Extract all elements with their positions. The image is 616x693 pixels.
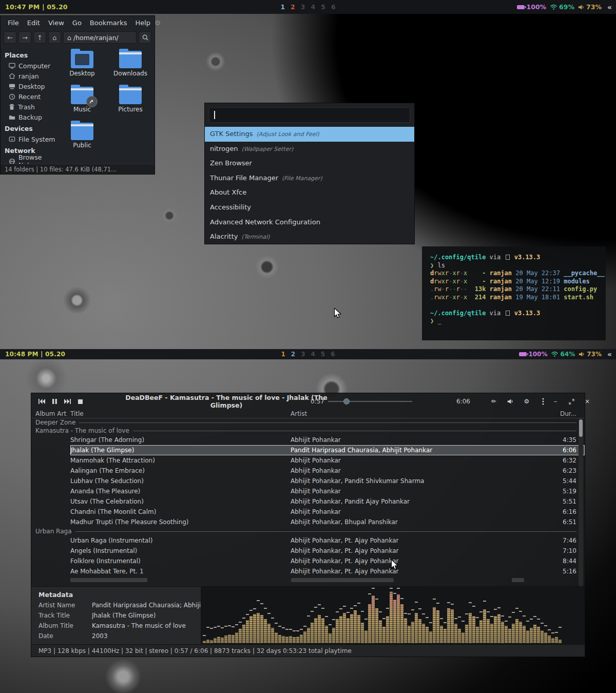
- folder-downloads[interactable]: Downloads: [106, 49, 155, 85]
- spectrum-peak: [447, 602, 450, 603]
- workspace-5[interactable]: 5: [321, 3, 325, 11]
- track-row[interactable]: Jhalak (The Glimpse)Pandit Hariprasad Ch…: [70, 445, 585, 455]
- spectrum-bar: [390, 589, 393, 643]
- drive-icon: [9, 136, 15, 142]
- group-header-kamasutra-the-music-of-love[interactable]: Kamasutra - The music of love: [31, 427, 585, 435]
- workspace-2[interactable]: 2: [291, 351, 295, 358]
- seek-bar[interactable]: [328, 401, 412, 402]
- track-row[interactable]: Ae Mohabbat Tere, Pt. 1Abhijit Pohankar,…: [70, 566, 585, 576]
- menu-go[interactable]: Go: [68, 18, 86, 28]
- track-row[interactable]: Aalingan (The Embrace)Abhijit Pohankar6:…: [70, 466, 585, 476]
- launcher-search-input[interactable]: [209, 107, 410, 123]
- path-bar[interactable]: ⌂ /home/ranjan/: [63, 31, 137, 44]
- workspace-5[interactable]: 5: [321, 351, 325, 358]
- group-header-deeper-zone[interactable]: Deeper Zone: [31, 418, 585, 427]
- sidebar-item-ranjan[interactable]: ranjan: [5, 71, 58, 81]
- sidebar-item-file-system[interactable]: File System: [5, 134, 58, 144]
- sidebar-item-desktop[interactable]: Desktop: [5, 81, 58, 91]
- previous-track-button[interactable]: [35, 396, 48, 407]
- spectrum-bar: [533, 589, 536, 643]
- launcher-item-thunar-file-manager[interactable]: Thunar File Manager(File Manager): [205, 171, 414, 186]
- back-button[interactable]: ←: [4, 31, 16, 44]
- player-status-bar: MP3 | 128 kbps | 44100Hz | 32 bit | ster…: [31, 644, 585, 657]
- menu-help[interactable]: Help: [131, 18, 155, 28]
- spectrum-peak: [541, 623, 544, 624]
- stop-button[interactable]: [74, 396, 87, 407]
- workspace-1[interactable]: 1: [281, 351, 285, 358]
- launcher-item-accessibility[interactable]: Accessibility: [205, 200, 414, 215]
- search-button[interactable]: [139, 31, 151, 44]
- launcher-item-nitrogen[interactable]: nitrogen(Wallpaper Setter): [205, 142, 414, 157]
- up-button[interactable]: ↑: [33, 31, 46, 44]
- menu-bookmarks[interactable]: Bookmarks: [86, 18, 131, 28]
- spectrum-bar: [307, 589, 310, 643]
- menu-view[interactable]: View: [44, 18, 68, 28]
- sidebar-item-backup[interactable]: Backup: [5, 112, 58, 122]
- spectrum-bar: [440, 589, 443, 643]
- sidebar-item-recent[interactable]: Recent: [5, 91, 58, 102]
- track-title: Angels (Instrumental): [70, 547, 291, 554]
- workspace-1[interactable]: 1: [280, 3, 285, 11]
- workspace-3[interactable]: 3: [301, 3, 305, 11]
- edit-button[interactable]: ✏: [487, 396, 500, 407]
- home-button[interactable]: ⌂: [48, 31, 61, 44]
- launcher-item-advanced-network-configuration[interactable]: Advanced Network Configuration: [205, 215, 414, 230]
- spectrum-bar: [329, 589, 332, 643]
- spectrum-bar: [465, 589, 468, 643]
- track-row[interactable]: Lubhav (The Seduction)Abhijit Pohankar, …: [70, 476, 585, 486]
- track-row[interactable]: Shringar (The Adorning)Abhijit Pohankar4…: [70, 435, 585, 445]
- track-row[interactable]: Chandni (The Moonlit Calm)Abhijit Pohank…: [70, 507, 585, 517]
- track-row[interactable]: Urban Raga (Instrumental)Abhijit Pohanka…: [70, 535, 585, 546]
- workspace-3[interactable]: 3: [301, 351, 305, 358]
- sidebar-item-computer[interactable]: Computer: [5, 61, 58, 71]
- restore-button[interactable]: [565, 396, 578, 407]
- folder-public[interactable]: Public: [58, 121, 106, 157]
- spectrum-peak: [386, 608, 389, 609]
- spectrum-peak: [260, 603, 263, 604]
- minimize-button[interactable]: –: [549, 396, 562, 407]
- kebab-menu-icon[interactable]: [536, 396, 550, 407]
- spectrum-peak: [303, 626, 306, 627]
- menu-edit[interactable]: Edit: [23, 18, 44, 28]
- workspace-6[interactable]: 6: [331, 3, 336, 11]
- playlist-column-headers[interactable]: Album Art Title Artist Dur...: [31, 410, 585, 418]
- pause-button[interactable]: [48, 396, 61, 407]
- sidebar-item-label: File System: [18, 136, 55, 143]
- settings-gear-icon[interactable]: ⚙: [520, 396, 533, 407]
- launcher-item-alacritty[interactable]: Alacritty(Terminal): [205, 229, 414, 244]
- terminal-window[interactable]: ~/.config/qtile via v3.13.3❯ lsdrwxr-xr-…: [422, 246, 606, 340]
- gear-icon[interactable]: ⚙: [155, 19, 161, 27]
- track-title: Jhalak (The Glimpse): [70, 447, 291, 454]
- track-row[interactable]: Ananda (The Pleasure)Abhijit Pohankar5:1…: [70, 486, 585, 496]
- workspace-6[interactable]: 6: [331, 351, 335, 358]
- spectrum-peak: [418, 608, 421, 609]
- scrollbar[interactable]: [579, 419, 583, 586]
- track-row[interactable]: Manmohak (The Attraction)Abhijit Pohanka…: [70, 455, 585, 466]
- volume-button[interactable]: [504, 396, 517, 407]
- workspace-4[interactable]: 4: [311, 3, 316, 11]
- folder-desktop[interactable]: Desktop: [58, 49, 106, 85]
- launcher-item-gtk-settings[interactable]: GTK Settings(Adjust Look and Feel): [205, 127, 414, 142]
- launcher-item-desc: (File Manager): [282, 175, 322, 182]
- track-row[interactable]: Utsav (The Celebration)Abhijit Pohankar,…: [70, 496, 585, 507]
- spectrum-bar: [379, 589, 382, 643]
- forward-button[interactable]: →: [18, 31, 31, 44]
- folder-music[interactable]: Music: [58, 85, 106, 121]
- launcher-item-about-xfce[interactable]: About Xfce: [205, 185, 414, 200]
- group-header-urban-raga[interactable]: Urban Raga: [31, 527, 585, 535]
- seek-thumb[interactable]: [343, 398, 350, 405]
- workspace-4[interactable]: 4: [311, 351, 315, 358]
- track-row[interactable]: Folklore (Instrumental)Abhijit Pohankar,…: [70, 556, 585, 566]
- sidebar-item-browse-net-[interactable]: Browse Net...: [5, 156, 58, 164]
- track-row[interactable]: Angels (Instrumental)Abhijit Pohankar, P…: [70, 546, 585, 556]
- workspace-2[interactable]: 2: [291, 3, 295, 11]
- close-button[interactable]: ×: [581, 396, 594, 407]
- spectrum-peak: [469, 602, 472, 603]
- sidebar-item-trash[interactable]: Trash: [5, 102, 58, 112]
- scrollbar-thumb[interactable]: [579, 419, 583, 437]
- folder-pictures[interactable]: Pictures: [106, 85, 155, 121]
- launcher-item-zen-browser[interactable]: Zen Browser: [205, 156, 414, 171]
- menu-file[interactable]: File: [4, 18, 23, 28]
- next-track-button[interactable]: [61, 396, 74, 407]
- track-row[interactable]: Madhur Trupti (The Pleasure Soothing)Abh…: [70, 517, 585, 527]
